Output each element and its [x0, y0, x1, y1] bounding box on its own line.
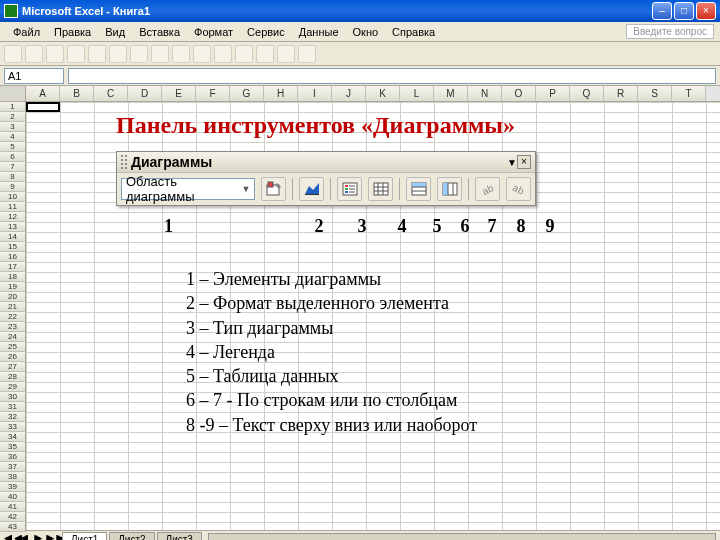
row-header[interactable]: 28: [0, 372, 26, 382]
row-header[interactable]: 1: [0, 102, 26, 112]
toolbar-close-button[interactable]: ×: [517, 155, 531, 169]
row-header[interactable]: 11: [0, 202, 26, 212]
toolbar-grip[interactable]: [121, 155, 127, 169]
col-header[interactable]: G: [230, 86, 264, 101]
row-header[interactable]: 3: [0, 122, 26, 132]
col-header[interactable]: L: [400, 86, 434, 101]
sheet-tab[interactable]: Лист3: [157, 532, 202, 540]
sheet-tab[interactable]: Лист1: [62, 532, 107, 540]
preview-button[interactable]: [88, 45, 106, 63]
tab-nav-first[interactable]: ⯇⯇: [4, 534, 18, 540]
menu-file[interactable]: Файл: [6, 24, 47, 40]
col-header[interactable]: D: [128, 86, 162, 101]
menu-edit[interactable]: Правка: [47, 24, 98, 40]
close-button[interactable]: ×: [696, 2, 716, 20]
row-header[interactable]: 2: [0, 112, 26, 122]
row-header[interactable]: 38: [0, 472, 26, 482]
toolbar-options-dropdown[interactable]: ▼: [507, 157, 517, 168]
menu-format[interactable]: Формат: [187, 24, 240, 40]
row-header[interactable]: 41: [0, 502, 26, 512]
row-header[interactable]: 9: [0, 182, 26, 192]
row-header[interactable]: 23: [0, 322, 26, 332]
chart-elements-select[interactable]: Область диаграммы ▼: [121, 178, 255, 200]
by-columns-button[interactable]: [437, 177, 462, 201]
maximize-button[interactable]: □: [674, 2, 694, 20]
row-header[interactable]: 39: [0, 482, 26, 492]
row-header[interactable]: 7: [0, 162, 26, 172]
tab-nav-prev[interactable]: ⯇: [18, 534, 32, 540]
row-header[interactable]: 30: [0, 392, 26, 402]
row-header[interactable]: 24: [0, 332, 26, 342]
save-button[interactable]: [46, 45, 64, 63]
cut-button[interactable]: [109, 45, 127, 63]
row-header[interactable]: 8: [0, 172, 26, 182]
row-header[interactable]: 6: [0, 152, 26, 162]
print-button[interactable]: [67, 45, 85, 63]
col-header[interactable]: F: [196, 86, 230, 101]
row-header[interactable]: 16: [0, 252, 26, 262]
minimize-button[interactable]: –: [652, 2, 672, 20]
col-header[interactable]: B: [60, 86, 94, 101]
cell-grid[interactable]: Панель инструментов «Диаграммы» Диаграмм…: [26, 102, 720, 530]
legend-button[interactable]: [337, 177, 362, 201]
col-header[interactable]: E: [162, 86, 196, 101]
menu-tools[interactable]: Сервис: [240, 24, 292, 40]
format-selected-button[interactable]: [261, 177, 286, 201]
sort-desc-button[interactable]: [256, 45, 274, 63]
help-search-input[interactable]: Введите вопрос: [626, 24, 714, 39]
col-header[interactable]: T: [672, 86, 706, 101]
row-header[interactable]: 26: [0, 352, 26, 362]
row-header[interactable]: 35: [0, 442, 26, 452]
col-header[interactable]: A: [26, 86, 60, 101]
sheet-tab[interactable]: Лист2: [109, 532, 154, 540]
row-header[interactable]: 15: [0, 242, 26, 252]
row-header[interactable]: 10: [0, 192, 26, 202]
row-header[interactable]: 19: [0, 282, 26, 292]
row-header[interactable]: 27: [0, 362, 26, 372]
row-header[interactable]: 12: [0, 212, 26, 222]
name-box[interactable]: A1: [4, 68, 64, 84]
row-header[interactable]: 36: [0, 452, 26, 462]
new-button[interactable]: [4, 45, 22, 63]
row-header[interactable]: 43: [0, 522, 26, 532]
menu-view[interactable]: Вид: [98, 24, 132, 40]
angle-text-up-button[interactable]: ab: [506, 177, 531, 201]
row-header[interactable]: 4: [0, 132, 26, 142]
col-header[interactable]: R: [604, 86, 638, 101]
undo-button[interactable]: [172, 45, 190, 63]
col-header[interactable]: P: [536, 86, 570, 101]
col-header[interactable]: N: [468, 86, 502, 101]
copy-button[interactable]: [130, 45, 148, 63]
col-header[interactable]: J: [332, 86, 366, 101]
row-header[interactable]: 37: [0, 462, 26, 472]
sum-button[interactable]: [214, 45, 232, 63]
tab-nav-next[interactable]: ⯈: [32, 534, 46, 540]
data-table-button[interactable]: [368, 177, 393, 201]
sort-asc-button[interactable]: [235, 45, 253, 63]
row-header[interactable]: 33: [0, 422, 26, 432]
menu-data[interactable]: Данные: [292, 24, 346, 40]
row-header[interactable]: 18: [0, 272, 26, 282]
col-header[interactable]: I: [298, 86, 332, 101]
row-header[interactable]: 29: [0, 382, 26, 392]
chart-type-button[interactable]: [299, 177, 324, 201]
redo-button[interactable]: [193, 45, 211, 63]
row-header[interactable]: 20: [0, 292, 26, 302]
col-header[interactable]: S: [638, 86, 672, 101]
row-header[interactable]: 17: [0, 262, 26, 272]
by-rows-button[interactable]: [406, 177, 431, 201]
col-header[interactable]: K: [366, 86, 400, 101]
col-header[interactable]: O: [502, 86, 536, 101]
horizontal-scrollbar[interactable]: [208, 533, 716, 541]
row-header[interactable]: 13: [0, 222, 26, 232]
row-header[interactable]: 25: [0, 342, 26, 352]
col-header[interactable]: H: [264, 86, 298, 101]
col-header[interactable]: C: [94, 86, 128, 101]
open-button[interactable]: [25, 45, 43, 63]
row-header[interactable]: 31: [0, 402, 26, 412]
col-header[interactable]: M: [434, 86, 468, 101]
row-header[interactable]: 21: [0, 302, 26, 312]
row-header[interactable]: 32: [0, 412, 26, 422]
zoom-button[interactable]: [298, 45, 316, 63]
row-header[interactable]: 34: [0, 432, 26, 442]
